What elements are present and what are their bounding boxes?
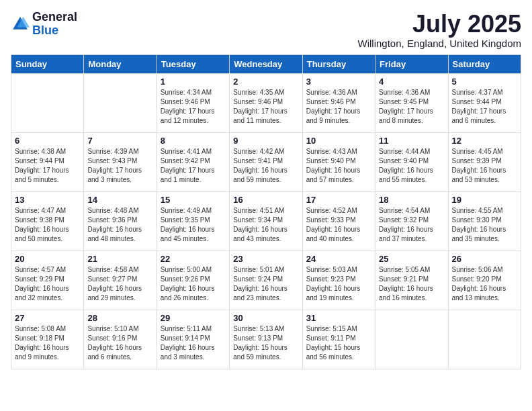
day-info: Sunrise: 4:35 AM Sunset: 9:46 PM Dayligh… (233, 88, 298, 126)
calendar-day-cell: 2Sunrise: 4:35 AM Sunset: 9:46 PM Daylig… (230, 73, 302, 132)
calendar-day-cell: 31Sunrise: 5:15 AM Sunset: 9:11 PM Dayli… (302, 310, 375, 369)
calendar-week-row: 13Sunrise: 4:47 AM Sunset: 9:38 PM Dayli… (11, 191, 521, 250)
day-number: 9 (233, 136, 298, 146)
logo-general-text: General (32, 10, 77, 24)
day-number: 1 (161, 77, 226, 87)
day-info: Sunrise: 4:57 AM Sunset: 9:29 PM Dayligh… (15, 265, 80, 303)
weekday-header-friday: Friday (375, 54, 448, 73)
calendar-day-cell: 26Sunrise: 5:06 AM Sunset: 9:20 PM Dayli… (448, 250, 521, 310)
calendar-day-cell: 13Sunrise: 4:47 AM Sunset: 9:38 PM Dayli… (11, 191, 84, 250)
calendar-day-cell: 14Sunrise: 4:48 AM Sunset: 9:36 PM Dayli… (84, 191, 157, 250)
calendar-day-cell: 8Sunrise: 4:41 AM Sunset: 9:42 PM Daylig… (157, 132, 229, 191)
logo: General Blue (11, 11, 77, 38)
calendar-day-cell: 23Sunrise: 5:01 AM Sunset: 9:24 PM Dayli… (230, 250, 302, 310)
calendar-day-cell: 11Sunrise: 4:44 AM Sunset: 9:40 PM Dayli… (375, 132, 448, 191)
calendar-day-cell: 24Sunrise: 5:03 AM Sunset: 9:23 PM Dayli… (302, 250, 375, 310)
day-info: Sunrise: 4:37 AM Sunset: 9:44 PM Dayligh… (452, 88, 517, 126)
day-info: Sunrise: 5:15 AM Sunset: 9:11 PM Dayligh… (306, 324, 371, 362)
day-number: 10 (306, 136, 371, 146)
day-number: 27 (15, 313, 80, 323)
day-info: Sunrise: 4:48 AM Sunset: 9:36 PM Dayligh… (87, 206, 152, 244)
day-info: Sunrise: 4:41 AM Sunset: 9:42 PM Dayligh… (161, 147, 226, 185)
weekday-header-wednesday: Wednesday (230, 54, 302, 73)
calendar-day-cell: 7Sunrise: 4:39 AM Sunset: 9:43 PM Daylig… (84, 132, 157, 191)
day-number: 18 (379, 195, 444, 205)
day-info: Sunrise: 4:42 AM Sunset: 9:41 PM Dayligh… (233, 147, 298, 185)
day-number: 29 (161, 313, 226, 323)
day-info: Sunrise: 4:38 AM Sunset: 9:44 PM Dayligh… (15, 147, 80, 185)
calendar-day-cell (448, 310, 521, 369)
day-info: Sunrise: 4:51 AM Sunset: 9:34 PM Dayligh… (233, 206, 298, 244)
day-number: 16 (233, 195, 298, 205)
day-info: Sunrise: 5:00 AM Sunset: 9:26 PM Dayligh… (161, 265, 226, 303)
day-number: 19 (452, 195, 517, 205)
day-number: 3 (306, 77, 371, 87)
day-info: Sunrise: 4:39 AM Sunset: 9:43 PM Dayligh… (87, 147, 152, 185)
day-number: 23 (233, 254, 298, 264)
day-number: 26 (452, 254, 517, 264)
day-info: Sunrise: 4:55 AM Sunset: 9:30 PM Dayligh… (452, 206, 517, 244)
day-info: Sunrise: 5:01 AM Sunset: 9:24 PM Dayligh… (233, 265, 298, 303)
day-number: 5 (452, 77, 517, 87)
calendar-week-row: 20Sunrise: 4:57 AM Sunset: 9:29 PM Dayli… (11, 250, 521, 310)
weekday-header-saturday: Saturday (448, 54, 521, 73)
calendar-day-cell: 28Sunrise: 5:10 AM Sunset: 9:16 PM Dayli… (84, 310, 157, 369)
day-number: 4 (379, 77, 444, 87)
day-number: 30 (233, 313, 298, 323)
weekday-header-row: SundayMondayTuesdayWednesdayThursdayFrid… (11, 54, 521, 73)
day-number: 24 (306, 254, 371, 264)
day-info: Sunrise: 4:54 AM Sunset: 9:32 PM Dayligh… (379, 206, 444, 244)
calendar-day-cell: 9Sunrise: 4:42 AM Sunset: 9:41 PM Daylig… (230, 132, 302, 191)
calendar-day-cell: 16Sunrise: 4:51 AM Sunset: 9:34 PM Dayli… (230, 191, 302, 250)
calendar-subtitle: Willington, England, United Kingdom (358, 38, 521, 49)
page-header: General Blue July 2025 Willington, Engla… (11, 11, 521, 49)
calendar-day-cell: 27Sunrise: 5:08 AM Sunset: 9:18 PM Dayli… (11, 310, 84, 369)
calendar-day-cell (11, 73, 84, 132)
day-info: Sunrise: 4:36 AM Sunset: 9:45 PM Dayligh… (379, 88, 444, 126)
weekday-header-tuesday: Tuesday (157, 54, 229, 73)
calendar-day-cell: 12Sunrise: 4:45 AM Sunset: 9:39 PM Dayli… (448, 132, 521, 191)
day-info: Sunrise: 4:34 AM Sunset: 9:46 PM Dayligh… (161, 88, 226, 126)
day-number: 17 (306, 195, 371, 205)
day-number: 2 (233, 77, 298, 87)
day-number: 20 (15, 254, 80, 264)
day-number: 21 (87, 254, 152, 264)
day-info: Sunrise: 4:49 AM Sunset: 9:35 PM Dayligh… (161, 206, 226, 244)
day-info: Sunrise: 5:03 AM Sunset: 9:23 PM Dayligh… (306, 265, 371, 303)
day-number: 6 (15, 136, 80, 146)
day-info: Sunrise: 5:13 AM Sunset: 9:13 PM Dayligh… (233, 324, 298, 362)
calendar-day-cell: 6Sunrise: 4:38 AM Sunset: 9:44 PM Daylig… (11, 132, 84, 191)
calendar-week-row: 1Sunrise: 4:34 AM Sunset: 9:46 PM Daylig… (11, 73, 521, 132)
calendar-day-cell: 29Sunrise: 5:11 AM Sunset: 9:14 PM Dayli… (157, 310, 229, 369)
day-number: 8 (161, 136, 226, 146)
calendar-day-cell: 30Sunrise: 5:13 AM Sunset: 9:13 PM Dayli… (230, 310, 302, 369)
calendar-day-cell: 15Sunrise: 4:49 AM Sunset: 9:35 PM Dayli… (157, 191, 229, 250)
calendar-day-cell: 21Sunrise: 4:58 AM Sunset: 9:27 PM Dayli… (84, 250, 157, 310)
day-info: Sunrise: 4:43 AM Sunset: 9:40 PM Dayligh… (306, 147, 371, 185)
calendar-day-cell: 25Sunrise: 5:05 AM Sunset: 9:21 PM Dayli… (375, 250, 448, 310)
calendar-day-cell: 4Sunrise: 4:36 AM Sunset: 9:45 PM Daylig… (375, 73, 448, 132)
logo-blue-text: Blue (32, 24, 58, 37)
day-number: 14 (87, 195, 152, 205)
day-number: 25 (379, 254, 444, 264)
logo-icon (11, 15, 30, 34)
day-info: Sunrise: 4:52 AM Sunset: 9:33 PM Dayligh… (306, 206, 371, 244)
calendar-day-cell: 19Sunrise: 4:55 AM Sunset: 9:30 PM Dayli… (448, 191, 521, 250)
title-block: July 2025 Willington, England, United Ki… (358, 11, 521, 49)
calendar-day-cell: 22Sunrise: 5:00 AM Sunset: 9:26 PM Dayli… (157, 250, 229, 310)
calendar-day-cell: 1Sunrise: 4:34 AM Sunset: 9:46 PM Daylig… (157, 73, 229, 132)
day-number: 13 (15, 195, 80, 205)
day-info: Sunrise: 5:11 AM Sunset: 9:14 PM Dayligh… (161, 324, 226, 362)
calendar-week-row: 6Sunrise: 4:38 AM Sunset: 9:44 PM Daylig… (11, 132, 521, 191)
calendar-day-cell: 5Sunrise: 4:37 AM Sunset: 9:44 PM Daylig… (448, 73, 521, 132)
calendar-table: SundayMondayTuesdayWednesdayThursdayFrid… (11, 54, 521, 369)
day-number: 7 (87, 136, 152, 146)
day-number: 22 (161, 254, 226, 264)
calendar-title: July 2025 (358, 11, 521, 38)
calendar-day-cell (375, 310, 448, 369)
weekday-header-thursday: Thursday (302, 54, 375, 73)
calendar-week-row: 27Sunrise: 5:08 AM Sunset: 9:18 PM Dayli… (11, 310, 521, 369)
weekday-header-monday: Monday (84, 54, 157, 73)
calendar-day-cell (84, 73, 157, 132)
day-info: Sunrise: 5:05 AM Sunset: 9:21 PM Dayligh… (379, 265, 444, 303)
